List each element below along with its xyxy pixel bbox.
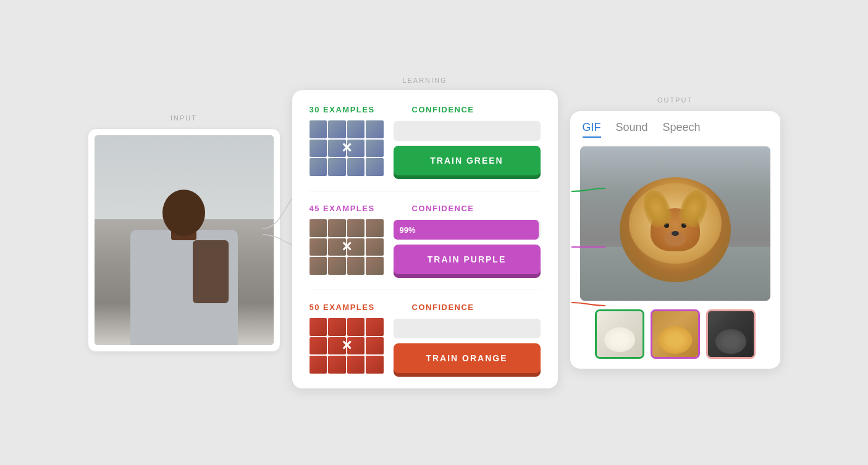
tab-sound[interactable]: Sound (616, 121, 648, 138)
purple-controls: 99% TRAIN PURPLE (394, 220, 541, 274)
thumb-p10 (328, 257, 346, 275)
learning-card: 30 EXAMPLES CONFIDENCE (292, 90, 558, 388)
thumb-g11 (347, 158, 365, 176)
purple-thumbnails: ✕ (310, 219, 384, 275)
thumb-img-dog1 (597, 311, 643, 357)
thumb-o9 (310, 356, 327, 374)
thumb-g4 (366, 120, 384, 138)
thumb-g10 (328, 158, 346, 176)
output-thumb-3[interactable] (706, 309, 756, 359)
output-card: GIF Sound Speech (570, 111, 780, 369)
thumb-o10 (328, 356, 346, 374)
purple-examples-count: 45 EXAMPLES (310, 204, 375, 213)
green-thumbnails: ✕ (310, 120, 384, 176)
thumb-o4 (366, 318, 384, 336)
output-section: OUTPUT GIF Sound Speech (570, 96, 780, 369)
thumb-p1 (310, 219, 327, 237)
thumb-p4 (366, 219, 384, 237)
purple-confidence-label: CONFIDENCE (412, 204, 474, 213)
tab-gif[interactable]: GIF (583, 121, 601, 138)
learning-section: LEARNING 30 EXAMPLES CONFIDENCE (292, 77, 558, 388)
output-tabs: GIF Sound Speech (580, 121, 770, 138)
thumb-p3 (347, 219, 365, 237)
thumb-o3 (347, 318, 365, 336)
class-row-orange: 50 EXAMPLES CONFIDENCE (310, 303, 541, 374)
train-orange-button[interactable]: TRAIN ORANGE (394, 343, 541, 373)
purple-confidence-bar: 99% (394, 220, 541, 240)
orange-delete-icon: ✕ (341, 338, 352, 354)
separator-2 (310, 290, 541, 290)
thumb-p9 (310, 257, 327, 275)
purple-delete-icon: ✕ (341, 239, 352, 255)
separator-1 (310, 191, 541, 191)
class-body-purple: ✕ 99% TRAIN PURPLE (310, 219, 541, 275)
thumb-g3 (347, 120, 365, 138)
thumb-o5 (310, 337, 327, 355)
train-green-button[interactable]: TRAIN GREEN (394, 146, 541, 175)
input-label: INPUT (171, 114, 197, 122)
learning-label: LEARNING (402, 77, 447, 84)
purple-confidence-value: 99% (400, 225, 416, 235)
green-bar-empty (394, 121, 541, 141)
thumb-img-dog3 (708, 311, 754, 357)
purple-bar-fill: 99% (394, 220, 539, 240)
tab-speech[interactable]: Speech (663, 121, 701, 138)
class-body-orange: ✕ TRAIN ORANGE (310, 318, 541, 374)
thumb-o12 (366, 356, 384, 374)
orange-bar-empty (394, 319, 541, 338)
thumb-o1 (310, 318, 327, 336)
train-purple-button[interactable]: TRAIN PURPLE (394, 245, 541, 274)
green-delete-icon: ✕ (341, 140, 352, 156)
thumb-g9 (310, 158, 327, 176)
main-container: INPUT LEARNING (0, 0, 868, 465)
class-body-green: ✕ TRAIN GREEN (310, 120, 541, 176)
thumb-p12 (366, 257, 384, 275)
thumb-o2 (328, 318, 346, 336)
orange-confidence-bar (394, 319, 541, 338)
input-section: INPUT (88, 114, 280, 351)
class-row-purple: 45 EXAMPLES CONFIDENCE (310, 204, 541, 275)
input-card (88, 129, 280, 351)
thumb-g8 (366, 140, 384, 157)
output-thumbnails (580, 309, 770, 359)
output-thumb-1[interactable] (595, 309, 644, 359)
output-thumb-2[interactable] (651, 309, 700, 359)
green-confidence-label: CONFIDENCE (412, 105, 474, 114)
orange-examples-count: 50 EXAMPLES (310, 303, 375, 312)
output-main-image (580, 146, 770, 301)
green-examples-count: 30 EXAMPLES (310, 105, 375, 114)
thumb-g12 (366, 158, 384, 176)
class-row-green: 30 EXAMPLES CONFIDENCE (310, 105, 541, 176)
output-label: OUTPUT (657, 96, 693, 104)
input-photo (95, 135, 274, 345)
thumb-o8 (366, 337, 384, 355)
orange-controls: TRAIN ORANGE (394, 319, 541, 373)
thumb-g2 (328, 120, 346, 138)
class-header-green: 30 EXAMPLES CONFIDENCE (310, 105, 541, 114)
thumb-p8 (366, 238, 384, 256)
thumb-o11 (347, 356, 365, 374)
class-header-purple: 45 EXAMPLES CONFIDENCE (310, 204, 541, 213)
thumb-p5 (310, 238, 327, 256)
thumb-p2 (328, 219, 346, 237)
class-header-orange: 50 EXAMPLES CONFIDENCE (310, 303, 541, 312)
green-controls: TRAIN GREEN (394, 121, 541, 175)
thumb-img-dog2 (652, 311, 698, 357)
thumb-p11 (347, 257, 365, 275)
orange-thumbnails: ✕ (310, 318, 384, 374)
orange-confidence-label: CONFIDENCE (412, 303, 474, 312)
green-confidence-bar (394, 121, 541, 141)
thumb-g5 (310, 140, 327, 157)
thumb-g1 (310, 120, 327, 138)
